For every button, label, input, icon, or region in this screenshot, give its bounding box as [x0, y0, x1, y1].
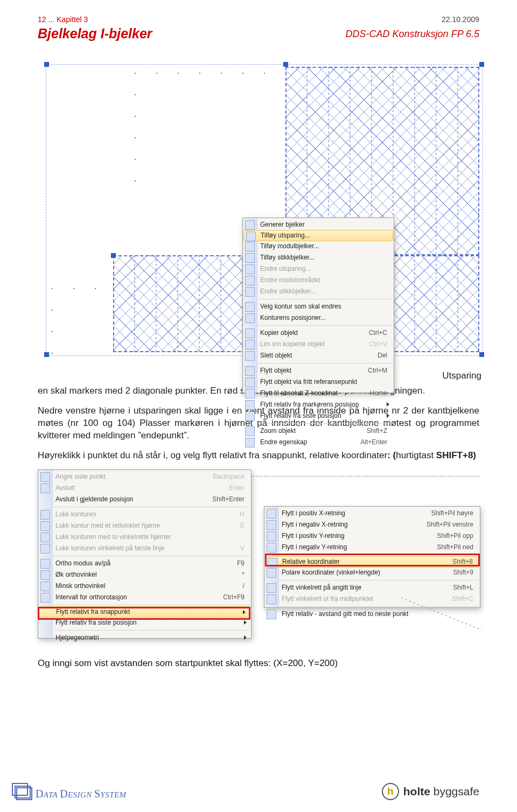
menu-item[interactable]: Flytt relativ fra siste posisjon — [243, 410, 394, 422]
menu-item-label: Endre utsparing... — [260, 265, 311, 272]
mid-icon — [267, 594, 276, 604]
para2: Høyreklikk i punktet du nå står i, og ve… — [38, 450, 479, 462]
menu-item: Lukk konturen med to vinkelrette hjørner — [38, 531, 251, 543]
menu-separator — [53, 507, 250, 507]
arrow-icon — [245, 411, 255, 421]
menu-item-label: Slett objekt — [260, 352, 292, 359]
del-icon — [245, 351, 255, 361]
menu-item[interactable]: Hjelpegeometri — [38, 632, 251, 643]
dds-logo-icon — [16, 787, 32, 800]
menu-item-label: Flytt relativ fra markørens posisjon — [260, 401, 359, 408]
menu-item: Lim inn kopierte objektCtrl+V — [243, 339, 394, 350]
menu-item-label: Flytt objekt via fritt referansepunkt — [260, 378, 357, 386]
menu-item[interactable]: Flytt objektCtrl+M — [243, 365, 394, 376]
menu-item[interactable]: Flytt til absolutt Z-koordinatHome — [243, 388, 394, 399]
handle-bl[interactable] — [44, 352, 49, 357]
context-menu-utsparing[interactable]: Generer bjelkerTilføy utsparing...Tilføy… — [242, 218, 394, 393]
closeL-icon — [40, 544, 50, 554]
menu-item-shortcut: Alt+Enter — [360, 437, 387, 447]
menu-item-label: Lukk konturen — [55, 510, 96, 518]
generer-icon — [245, 220, 255, 230]
menu-item-label: Lukk konturen vinkelrett på første linje — [55, 544, 164, 552]
dds-logo: DATA DESIGN SYSTEM — [16, 787, 127, 800]
menu-item-shortcut: Home — [370, 388, 387, 398]
menu-item-shortcut: Ctrl+V — [369, 339, 387, 349]
menu-item[interactable]: Flytt i negativ Y-retningShift+Pil ned — [264, 542, 480, 553]
menu-item-shortcut: E — [240, 521, 244, 531]
menu-item-label: Avslutt i gjeldende posisjon — [55, 495, 134, 503]
handle-corner[interactable] — [111, 253, 116, 258]
stikk-icon — [245, 253, 255, 263]
close90-icon — [40, 521, 50, 531]
py-icon — [267, 531, 276, 541]
menu-item[interactable]: Avslutt i gjeldende posisjonShift+Enter — [38, 494, 251, 505]
menu-item-label: Lukk kontur med et rettvinklet hjørne — [55, 522, 160, 529]
menu-item[interactable]: Konturens posisjoner... — [243, 312, 394, 324]
menu-item-label: Flytt objekt — [260, 367, 291, 374]
handle-tr[interactable] — [479, 62, 484, 67]
menu-item-label: Angre siste punkt — [55, 473, 106, 480]
menu-item-label: Flytt i positiv X-retning — [282, 509, 345, 517]
menu-item[interactable]: Flytt i negativ X-retningShift+Pil venst… — [264, 519, 480, 530]
menu-item-label: Øk orthovinkel — [55, 571, 97, 578]
menu-item[interactable]: Ortho modus av/påF9 — [38, 558, 251, 569]
menu-item-shortcut: Del — [378, 351, 387, 361]
ortho-icon — [40, 559, 50, 569]
menu-separator — [53, 605, 250, 605]
edit-icon — [245, 276, 255, 285]
modul-icon — [245, 242, 255, 251]
menu-item[interactable]: Tilføy utsparing... — [243, 230, 393, 241]
menu-item-label: Tilføy utsparing... — [261, 232, 310, 239]
handle-br[interactable] — [479, 352, 484, 357]
px-icon — [267, 509, 276, 519]
handle-tl[interactable] — [44, 62, 49, 67]
menu-item[interactable]: Zoom objektShift+Z — [243, 425, 394, 437]
prop-icon — [245, 438, 255, 447]
figure-menus: Angre siste punktBackspaceAvsluttEnterAv… — [38, 470, 479, 642]
ny-icon — [267, 543, 276, 552]
menu-item-shortcut: Shift+Pil ned — [437, 542, 473, 552]
menu-separator — [280, 580, 479, 580]
intro-tail-fragment: Utsparing — [422, 370, 481, 381]
menu-item[interactable]: Flytt vinkelrett på angitt linjeShift+L — [264, 582, 480, 593]
menu-item-label: Zoom objekt — [260, 427, 296, 435]
menu-item-label: Avslutt — [55, 484, 75, 492]
menu-item[interactable]: Tilføy modulbjelker... — [243, 241, 394, 252]
menu-separator — [258, 423, 393, 424]
z-icon — [245, 389, 255, 398]
menu-item[interactable]: Øk orthovinkel* — [38, 569, 251, 580]
menu-separator — [53, 630, 250, 631]
menu-item[interactable]: Generer bjelker — [243, 219, 394, 230]
menu-item-shortcut: Shift+Pil venstre — [427, 520, 473, 530]
rot-icon — [40, 593, 50, 603]
menu-item[interactable]: Polare koordinater (vinkel+lengde)Shift+… — [264, 567, 480, 578]
menu-item: Endre utsparing... — [243, 263, 394, 275]
handle-tm[interactable] — [283, 62, 288, 67]
menu-item[interactable]: Kopier objektCtrl+C — [243, 327, 394, 339]
menu-item[interactable]: Flytt i positiv Y-retningShift+Pil opp — [264, 530, 480, 542]
menu-item-shortcut: * — [242, 570, 244, 580]
menu-item-label: Endre stikkbjelker... — [260, 288, 316, 295]
menu-separator — [258, 363, 393, 363]
menu-item[interactable]: Flytt objekt via fritt referansepunkt — [243, 376, 394, 388]
menu-item[interactable]: Tilføy stikkbjelker... — [243, 252, 394, 263]
menu-item[interactable]: Endre egenskapAlt+Enter — [243, 437, 394, 448]
edit-icon — [245, 264, 255, 274]
menu-item: AvsluttEnter — [38, 482, 251, 494]
menu-item[interactable]: Intervall for orthorotasjonCtrl+F9 — [38, 592, 251, 603]
menu-item[interactable]: Minsk orthovinkel/ — [38, 580, 251, 592]
dist-icon — [267, 610, 276, 619]
moveref-icon — [245, 377, 255, 387]
menu-item-label: Minsk orthovinkel — [55, 582, 106, 590]
menu-item-label: Hjelpegeometri — [55, 634, 99, 641]
menu-item[interactable]: Velg kontur som skal endres — [243, 301, 394, 312]
menu-item-shortcut: Enter — [229, 483, 244, 493]
menu-item-shortcut: Backspace — [213, 472, 244, 482]
menu-item-label: Lukk konturen med to vinkelrette hjørner — [55, 533, 171, 541]
menu-item[interactable]: Flytt relativ fra markørens posisjon — [243, 399, 394, 410]
menu1-items: Generer bjelkerTilføy utsparing...Tilføy… — [243, 219, 394, 448]
move-icon — [245, 366, 255, 376]
menu-item: Endre stikkbjelker... — [243, 286, 394, 297]
menu-item[interactable]: Flytt i positiv X-retningShift+Pil høyre — [264, 508, 480, 519]
menu-item[interactable]: Slett objektDel — [243, 350, 394, 361]
